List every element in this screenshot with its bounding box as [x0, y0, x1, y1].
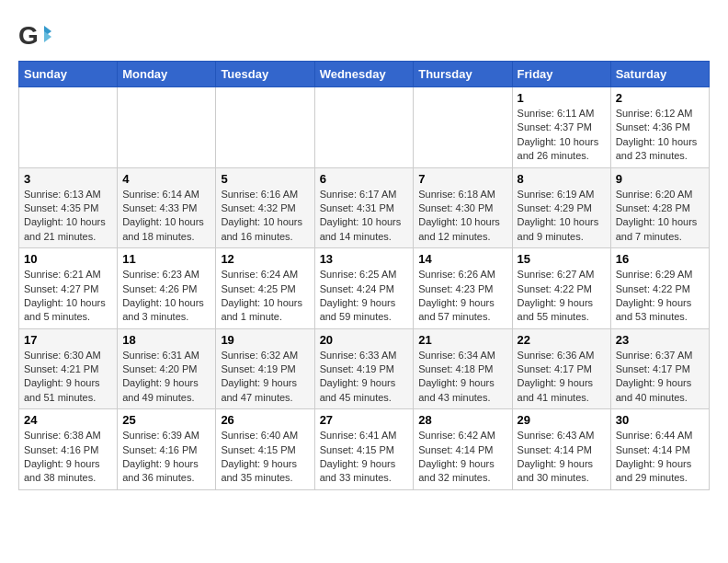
day-number: 26 [221, 413, 309, 427]
day-info: Sunrise: 6:16 AM Sunset: 4:32 PM Dayligh… [221, 188, 309, 245]
calendar-cell [216, 87, 314, 168]
day-info: Sunrise: 6:19 AM Sunset: 4:29 PM Dayligh… [518, 188, 606, 245]
day-number: 9 [616, 172, 704, 186]
day-number: 29 [518, 413, 606, 427]
day-number: 15 [518, 252, 606, 266]
day-number: 5 [221, 172, 309, 186]
calendar-cell: 17Sunrise: 6:30 AM Sunset: 4:21 PM Dayli… [19, 328, 118, 409]
day-info: Sunrise: 6:38 AM Sunset: 4:16 PM Dayligh… [24, 429, 112, 486]
calendar-header-monday: Monday [118, 62, 216, 87]
day-number: 13 [320, 252, 409, 266]
day-info: Sunrise: 6:18 AM Sunset: 4:30 PM Dayligh… [418, 188, 506, 245]
calendar-cell: 3Sunrise: 6:13 AM Sunset: 4:35 PM Daylig… [19, 167, 118, 248]
day-number: 30 [616, 413, 704, 427]
calendar-header-saturday: Saturday [610, 62, 709, 87]
day-number: 19 [221, 333, 309, 347]
calendar-cell: 10Sunrise: 6:21 AM Sunset: 4:27 PM Dayli… [19, 248, 118, 329]
day-info: Sunrise: 6:34 AM Sunset: 4:18 PM Dayligh… [418, 349, 506, 406]
day-number: 22 [518, 333, 606, 347]
day-info: Sunrise: 6:36 AM Sunset: 4:17 PM Dayligh… [518, 349, 606, 406]
day-info: Sunrise: 6:25 AM Sunset: 4:24 PM Dayligh… [320, 268, 409, 325]
calendar-cell: 11Sunrise: 6:23 AM Sunset: 4:26 PM Dayli… [118, 248, 216, 329]
day-info: Sunrise: 6:40 AM Sunset: 4:15 PM Dayligh… [221, 429, 309, 486]
day-number: 11 [122, 252, 210, 266]
calendar-cell: 16Sunrise: 6:29 AM Sunset: 4:22 PM Dayli… [610, 248, 709, 329]
day-info: Sunrise: 6:17 AM Sunset: 4:31 PM Dayligh… [320, 188, 409, 245]
day-info: Sunrise: 6:39 AM Sunset: 4:16 PM Dayligh… [122, 429, 210, 486]
calendar-cell: 30Sunrise: 6:44 AM Sunset: 4:14 PM Dayli… [610, 409, 709, 490]
calendar-cell: 1Sunrise: 6:11 AM Sunset: 4:37 PM Daylig… [512, 87, 610, 168]
day-number: 21 [418, 333, 506, 347]
calendar-week-4: 17Sunrise: 6:30 AM Sunset: 4:21 PM Dayli… [19, 328, 710, 409]
calendar-cell: 2Sunrise: 6:12 AM Sunset: 4:36 PM Daylig… [610, 87, 709, 168]
day-number: 16 [616, 252, 704, 266]
day-number: 23 [616, 333, 704, 347]
calendar-cell: 27Sunrise: 6:41 AM Sunset: 4:15 PM Dayli… [314, 409, 414, 490]
calendar-body: 1Sunrise: 6:11 AM Sunset: 4:37 PM Daylig… [19, 87, 710, 490]
calendar-cell: 24Sunrise: 6:38 AM Sunset: 4:16 PM Dayli… [19, 409, 118, 490]
calendar-cell: 26Sunrise: 6:40 AM Sunset: 4:15 PM Dayli… [216, 409, 314, 490]
day-number: 2 [616, 91, 704, 105]
svg-text:G: G [18, 21, 39, 50]
calendar-cell: 5Sunrise: 6:16 AM Sunset: 4:32 PM Daylig… [216, 167, 314, 248]
logo-icon: G [18, 18, 51, 52]
day-number: 7 [418, 172, 506, 186]
day-number: 27 [320, 413, 409, 427]
day-number: 8 [518, 172, 606, 186]
calendar-cell [414, 87, 512, 168]
calendar-table: SundayMondayTuesdayWednesdayThursdayFrid… [18, 61, 710, 490]
day-info: Sunrise: 6:14 AM Sunset: 4:33 PM Dayligh… [122, 188, 210, 245]
calendar-cell: 15Sunrise: 6:27 AM Sunset: 4:22 PM Dayli… [512, 248, 610, 329]
calendar-week-2: 3Sunrise: 6:13 AM Sunset: 4:35 PM Daylig… [19, 167, 710, 248]
day-info: Sunrise: 6:44 AM Sunset: 4:14 PM Dayligh… [616, 429, 704, 486]
day-number: 3 [24, 172, 112, 186]
calendar-cell [19, 87, 118, 168]
calendar-header-sunday: Sunday [19, 62, 118, 87]
day-number: 17 [24, 333, 112, 347]
calendar-cell: 6Sunrise: 6:17 AM Sunset: 4:31 PM Daylig… [314, 167, 414, 248]
day-info: Sunrise: 6:30 AM Sunset: 4:21 PM Dayligh… [24, 349, 112, 406]
day-number: 28 [418, 413, 506, 427]
day-number: 6 [320, 172, 409, 186]
calendar-cell: 18Sunrise: 6:31 AM Sunset: 4:20 PM Dayli… [118, 328, 216, 409]
calendar-cell: 20Sunrise: 6:33 AM Sunset: 4:19 PM Dayli… [314, 328, 414, 409]
calendar-cell: 25Sunrise: 6:39 AM Sunset: 4:16 PM Dayli… [118, 409, 216, 490]
day-number: 10 [24, 252, 112, 266]
header: G [18, 18, 710, 52]
calendar-header-tuesday: Tuesday [216, 62, 314, 87]
day-number: 20 [320, 333, 409, 347]
calendar-header-row: SundayMondayTuesdayWednesdayThursdayFrid… [19, 62, 710, 87]
calendar-cell: 23Sunrise: 6:37 AM Sunset: 4:17 PM Dayli… [610, 328, 709, 409]
day-info: Sunrise: 6:13 AM Sunset: 4:35 PM Dayligh… [24, 188, 112, 245]
calendar-header-friday: Friday [512, 62, 610, 87]
day-info: Sunrise: 6:42 AM Sunset: 4:14 PM Dayligh… [418, 429, 506, 486]
calendar-cell: 7Sunrise: 6:18 AM Sunset: 4:30 PM Daylig… [414, 167, 512, 248]
logo: G [18, 18, 55, 52]
calendar-cell: 19Sunrise: 6:32 AM Sunset: 4:19 PM Dayli… [216, 328, 314, 409]
day-number: 25 [122, 413, 210, 427]
day-number: 24 [24, 413, 112, 427]
day-info: Sunrise: 6:20 AM Sunset: 4:28 PM Dayligh… [616, 188, 704, 245]
day-number: 14 [418, 252, 506, 266]
calendar-cell: 14Sunrise: 6:26 AM Sunset: 4:23 PM Dayli… [414, 248, 512, 329]
calendar-week-3: 10Sunrise: 6:21 AM Sunset: 4:27 PM Dayli… [19, 248, 710, 329]
day-number: 18 [122, 333, 210, 347]
day-info: Sunrise: 6:32 AM Sunset: 4:19 PM Dayligh… [221, 349, 309, 406]
calendar-cell [314, 87, 414, 168]
day-info: Sunrise: 6:11 AM Sunset: 4:37 PM Dayligh… [518, 107, 606, 164]
day-info: Sunrise: 6:33 AM Sunset: 4:19 PM Dayligh… [320, 349, 409, 406]
day-info: Sunrise: 6:37 AM Sunset: 4:17 PM Dayligh… [616, 349, 704, 406]
calendar-header-wednesday: Wednesday [314, 62, 414, 87]
calendar-cell: 8Sunrise: 6:19 AM Sunset: 4:29 PM Daylig… [512, 167, 610, 248]
calendar-week-5: 24Sunrise: 6:38 AM Sunset: 4:16 PM Dayli… [19, 409, 710, 490]
day-info: Sunrise: 6:27 AM Sunset: 4:22 PM Dayligh… [518, 268, 606, 325]
calendar-header-thursday: Thursday [414, 62, 512, 87]
calendar-cell: 29Sunrise: 6:43 AM Sunset: 4:14 PM Dayli… [512, 409, 610, 490]
day-info: Sunrise: 6:24 AM Sunset: 4:25 PM Dayligh… [221, 268, 309, 325]
day-number: 12 [221, 252, 309, 266]
calendar-cell: 13Sunrise: 6:25 AM Sunset: 4:24 PM Dayli… [314, 248, 414, 329]
calendar-cell: 22Sunrise: 6:36 AM Sunset: 4:17 PM Dayli… [512, 328, 610, 409]
day-info: Sunrise: 6:26 AM Sunset: 4:23 PM Dayligh… [418, 268, 506, 325]
calendar-cell: 28Sunrise: 6:42 AM Sunset: 4:14 PM Dayli… [414, 409, 512, 490]
calendar-cell: 21Sunrise: 6:34 AM Sunset: 4:18 PM Dayli… [414, 328, 512, 409]
